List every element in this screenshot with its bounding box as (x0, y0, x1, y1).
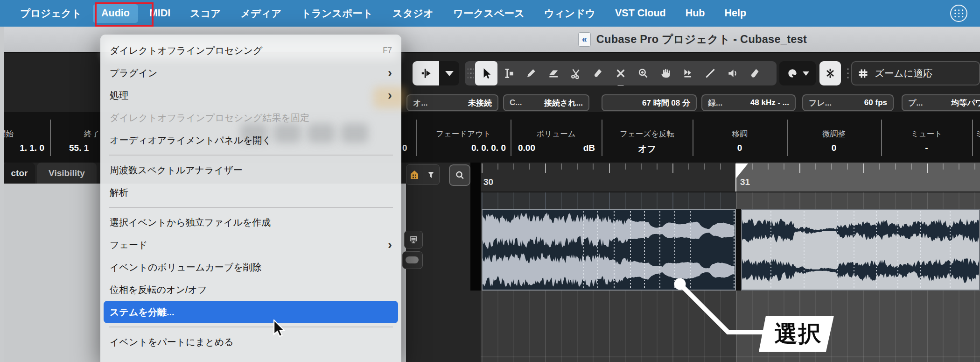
ruler-tick (911, 163, 912, 170)
tool-draw[interactable] (520, 61, 542, 85)
menubar-item-8[interactable]: ウィンドウ (534, 0, 605, 27)
snap-button[interactable] (819, 61, 841, 85)
grid-type-select[interactable]: ズームに適応 (851, 61, 980, 85)
tool-erase[interactable] (542, 61, 565, 85)
menu-item-12[interactable]: 位相を反転のオン/オフ (100, 278, 401, 301)
grid-line (927, 192, 928, 209)
tool-line[interactable] (699, 61, 721, 85)
timeline-ruler[interactable]: 3031 (481, 163, 980, 192)
grid-line (688, 291, 689, 362)
menu-separator (109, 207, 393, 208)
grid-line (736, 192, 737, 209)
grid-line (799, 192, 800, 209)
autoscroll-button[interactable] (413, 61, 439, 85)
tool-zoom[interactable] (632, 61, 654, 85)
menu-item-0[interactable]: ダイレクトオフラインプロセシングF7 (100, 39, 401, 62)
info-field-3[interactable]: 移調0 (693, 112, 787, 163)
menubar-item-0[interactable]: プロジェクト (10, 0, 91, 27)
info-field-0[interactable]: フェードアウト0. 0. 0. 0 (416, 112, 511, 163)
tab-visibility[interactable]: Visibility (37, 163, 97, 184)
menubar-item-9[interactable]: VST Cloud (605, 0, 676, 27)
tab-inspector[interactable]: ctor (4, 163, 35, 184)
ruler-tick (959, 163, 959, 170)
info-field-1[interactable]: ボリューム0.00dB (511, 112, 602, 163)
search-button[interactable] (449, 164, 470, 186)
tool-object-selection[interactable] (475, 61, 497, 85)
grid-line (529, 291, 530, 362)
status-chip-0[interactable]: オ...未接続 (406, 94, 498, 111)
tool-range-selection[interactable] (497, 61, 520, 85)
tool-audition[interactable] (721, 61, 744, 85)
ruler-tick (815, 163, 816, 170)
menu-item-4[interactable]: オーディオアライメントパネルを開く (100, 129, 401, 151)
track-slider[interactable] (402, 251, 423, 269)
info-start-value[interactable]: 1. 1. 0 (0, 143, 44, 153)
menubar-item-6[interactable]: スタジオ (383, 0, 443, 27)
toolbar-drag-handle[interactable] (468, 66, 474, 80)
status-chip-3[interactable]: 録...48 kHz - ... (701, 94, 796, 111)
menu-item-2[interactable]: 処理› (100, 84, 401, 106)
status-chip-2[interactable]: 67 時間 08 分 (602, 94, 697, 111)
ruler-tick (545, 163, 546, 173)
info-field-2[interactable]: フェーズを反転オフ (602, 112, 693, 163)
tool-split[interactable] (565, 61, 587, 85)
audio-event-1[interactable] (482, 209, 736, 291)
tool-glue[interactable] (587, 61, 609, 85)
grid-line (863, 291, 864, 362)
tool-color[interactable] (744, 61, 766, 85)
menubar-item-3[interactable]: スコア (180, 0, 231, 27)
range-icon (503, 67, 515, 79)
menu-item-3[interactable]: ダイレクトオフラインプロセシング結果を固定 (100, 106, 401, 129)
status-chip-1[interactable]: C...接続され... (503, 94, 589, 111)
menu-item-11[interactable]: イベントのボリュームカーブを削除 (100, 256, 401, 278)
menu-item-1[interactable]: プラグイン› (100, 62, 401, 84)
grid-drag-handle[interactable] (846, 67, 850, 80)
monitor-button[interactable] (404, 231, 423, 248)
menubar-item-10[interactable]: Hub (676, 0, 715, 27)
ruler-tick (863, 163, 864, 173)
info-field-5[interactable]: ミュート- (881, 112, 972, 163)
menu-item-9[interactable]: 選択イベントから独立ファイルを作成 (100, 211, 401, 234)
menu-item-10[interactable]: フェード› (100, 234, 401, 256)
status-chip-4[interactable]: フレ...60 fps (802, 94, 894, 111)
menubar-item-11[interactable]: Help (714, 0, 756, 27)
hitpoint-line (897, 211, 898, 289)
color-icon (749, 67, 761, 79)
menu-item-6[interactable]: 周波数スペクトルアナライザー (100, 159, 401, 181)
ruler-tick (784, 163, 784, 170)
tool-comp[interactable] (677, 61, 699, 85)
grid-line (863, 192, 864, 209)
info-field-6[interactable]: ミ (972, 112, 980, 163)
menu-shortcut: F7 (383, 46, 392, 55)
tool-mute[interactable] (609, 61, 632, 85)
ruler-tick (609, 163, 610, 173)
audio-event-2-selected[interactable] (741, 209, 980, 291)
grid-line (672, 192, 673, 209)
input-source-icon[interactable] (950, 5, 967, 22)
tool-hand[interactable] (654, 61, 677, 85)
grid-line (497, 192, 498, 209)
waveform (742, 210, 979, 290)
filter-button[interactable] (423, 165, 440, 185)
info-field-4[interactable]: 微調整0 (787, 112, 881, 163)
autoscroll-options-button[interactable] (439, 61, 459, 85)
magnifier-icon (454, 170, 465, 181)
ruler-tick (974, 163, 975, 170)
chevron-right-icon: › (388, 240, 392, 249)
track-lane-lower (481, 291, 980, 362)
grid-line (768, 192, 769, 209)
info-end-value[interactable]: 55. 1 (69, 143, 89, 153)
menu-item-13[interactable]: ステムを分離... (104, 301, 398, 323)
track-visibility-button[interactable] (406, 165, 423, 185)
menubar-item-5[interactable]: トランスポート (291, 0, 383, 27)
lane-divider (481, 356, 980, 357)
menu-item-15[interactable]: イベントをパートにまとめる (100, 331, 401, 353)
menubar-item-7[interactable]: ワークスペース (443, 0, 534, 27)
info-separator (50, 120, 51, 156)
window-title: Cubase Pro プロジェクト - Cubase_test (596, 32, 807, 47)
status-chip-5[interactable]: プ...均等パワー (902, 94, 980, 111)
menu-item-7[interactable]: 解析 (100, 181, 401, 204)
grid-line (625, 192, 626, 209)
color-menu-button[interactable] (779, 61, 816, 85)
menubar-item-4[interactable]: メディア (231, 0, 291, 27)
